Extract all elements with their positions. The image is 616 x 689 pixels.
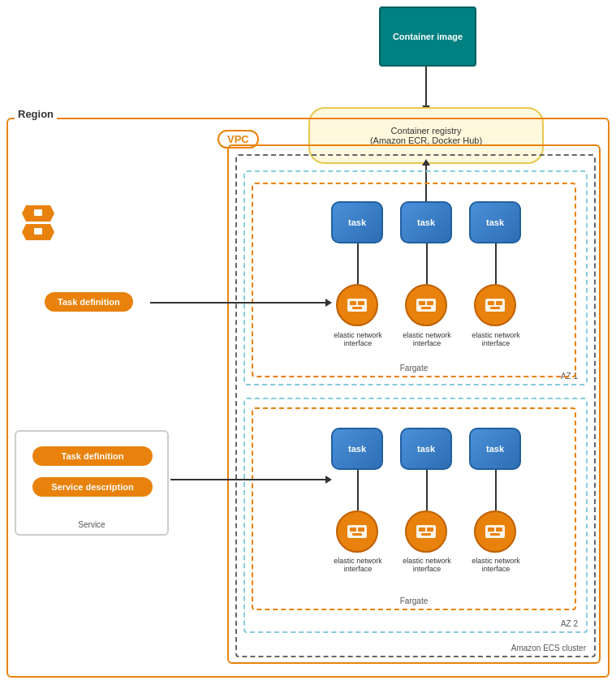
- svg-rect-22: [496, 528, 502, 532]
- az2-task-1: task: [331, 428, 383, 470]
- service-box: Task definition Service description Serv…: [15, 430, 169, 536]
- svg-rect-13: [350, 528, 356, 532]
- service-task-definition-btn[interactable]: Task definition: [32, 446, 153, 466]
- svg-rect-27: [34, 228, 42, 235]
- svg-rect-18: [427, 528, 433, 532]
- az2-eni-1: [336, 510, 378, 553]
- arrow-container-to-registry: [425, 67, 427, 107]
- ecs-aws-icon: [18, 201, 58, 250]
- az1-eni-2: [405, 284, 447, 326]
- svg-rect-7: [421, 307, 431, 309]
- svg-rect-2: [358, 301, 364, 305]
- fargate1-label: Fargate: [400, 364, 428, 372]
- svg-rect-20: [485, 525, 505, 538]
- az2-eni-2: [405, 510, 447, 553]
- az2-eni-label-3: elastic network interface: [467, 557, 525, 573]
- az2-task-3: task: [469, 428, 521, 470]
- svg-rect-9: [488, 301, 494, 305]
- arrow-taskdef-to-az1: [150, 302, 327, 304]
- service-description-btn[interactable]: Service description: [32, 477, 153, 497]
- az1-eni-label-3: elastic network interface: [467, 331, 525, 347]
- arrow-service-to-az2: [170, 479, 327, 480]
- ecs-cluster-label: Amazon ECS cluster: [511, 644, 586, 652]
- svg-rect-12: [347, 525, 367, 538]
- az1-vline-3: [495, 243, 497, 284]
- az1-vline-1: [357, 243, 359, 284]
- az2-task-2: task: [400, 428, 452, 470]
- svg-rect-0: [347, 299, 367, 312]
- az1-vline-2: [426, 243, 428, 284]
- az2-eni-label-2: elastic network interface: [398, 557, 456, 573]
- svg-rect-17: [419, 528, 425, 532]
- svg-rect-21: [488, 528, 494, 532]
- task-definition-standalone[interactable]: Task definition: [45, 292, 133, 312]
- az2-vline-1: [357, 470, 359, 510]
- az2-eni-label-1: elastic network interface: [329, 557, 387, 573]
- svg-rect-11: [490, 307, 500, 309]
- fargate2-label: Fargate: [400, 596, 428, 605]
- svg-rect-16: [416, 525, 436, 538]
- svg-rect-19: [421, 533, 431, 536]
- container-image-box: Container image: [379, 6, 476, 67]
- az1-task-3: task: [469, 201, 521, 243]
- region-label: Region: [15, 108, 57, 120]
- az2-vline-2: [426, 470, 428, 510]
- svg-rect-23: [490, 533, 500, 536]
- az1-eni-label-2: elastic network interface: [398, 331, 456, 347]
- svg-rect-1: [350, 301, 356, 305]
- svg-rect-15: [352, 533, 362, 536]
- az1-eni-1: [336, 284, 378, 326]
- svg-rect-10: [496, 301, 502, 305]
- az2-eni-3: [474, 510, 516, 553]
- az1-task-2: task: [400, 201, 452, 243]
- az1-task-1: task: [331, 201, 383, 243]
- svg-rect-8: [485, 299, 505, 312]
- svg-rect-6: [427, 301, 433, 305]
- svg-rect-3: [352, 307, 362, 309]
- svg-rect-14: [358, 528, 364, 532]
- az2-label: AZ 2: [561, 619, 578, 628]
- container-image-label: Container image: [393, 32, 463, 41]
- svg-rect-4: [416, 299, 436, 312]
- service-label: Service: [78, 520, 105, 529]
- az2-vline-3: [495, 470, 497, 510]
- svg-rect-26: [34, 209, 42, 216]
- svg-rect-5: [419, 301, 425, 305]
- az1-eni-label-1: elastic network interface: [329, 331, 387, 347]
- az1-eni-3: [474, 284, 516, 326]
